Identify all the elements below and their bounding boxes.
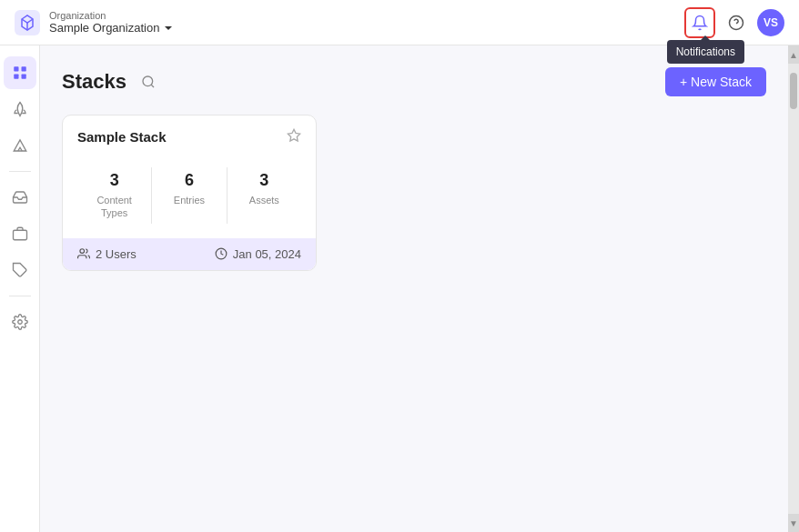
stack-date-value: Jan 05, 2024 — [233, 247, 301, 261]
svg-rect-5 — [21, 66, 25, 71]
scrollbar-thumb[interactable] — [790, 73, 797, 109]
stack-stats: 3 ContentTypes 6 Entries 3 Assets — [77, 153, 301, 238]
sidebar-item-settings[interactable] — [4, 306, 36, 338]
topbar-right: Notifications VS — [684, 7, 784, 38]
stat-number-entries: 6 — [185, 171, 194, 190]
sidebar-item-home[interactable] — [4, 56, 36, 89]
logo-icon — [15, 10, 40, 35]
svg-marker-14 — [288, 129, 299, 141]
scrollbar-track — [788, 64, 799, 514]
sidebar-item-inbox[interactable] — [4, 181, 36, 214]
puzzle-icon — [12, 262, 28, 278]
grid-icon — [12, 65, 28, 81]
notifications-tooltip: Notifications — [667, 40, 744, 64]
svg-rect-8 — [13, 230, 26, 240]
stat-assets: 3 Assets — [228, 164, 301, 227]
stat-label-assets: Assets — [249, 194, 279, 206]
help-icon — [728, 15, 744, 31]
sidebar-divider-2 — [9, 296, 31, 296]
sidebar-item-puzzle[interactable] — [4, 254, 36, 286]
content-area: Stacks + New Stack Sample Stack — [40, 45, 788, 532]
clock-icon — [215, 247, 228, 260]
org-info: Organization Sample Organization — [49, 10, 174, 35]
users-icon — [77, 247, 90, 260]
org-name[interactable]: Sample Organization — [49, 21, 174, 35]
chevron-down-icon — [163, 23, 174, 34]
star-icon — [287, 128, 301, 143]
stack-card-header: Sample Stack — [63, 115, 316, 153]
stat-label-entries: Entries — [174, 194, 205, 206]
svg-rect-7 — [21, 75, 25, 79]
stat-number-content-types: 3 — [110, 171, 119, 190]
stat-number-assets: 3 — [259, 171, 268, 190]
search-icon — [141, 75, 156, 89]
help-button[interactable] — [721, 7, 752, 38]
sidebar-divider-1 — [9, 171, 31, 172]
rocket-icon — [12, 101, 28, 117]
page-header: Stacks + New Stack — [62, 67, 766, 96]
stat-entries: 6 Entries — [152, 164, 226, 227]
search-button[interactable] — [136, 69, 161, 95]
sidebar — [0, 45, 40, 532]
topbar-left: Organization Sample Organization — [15, 10, 174, 35]
stack-users: 2 Users — [77, 247, 137, 261]
stack-date: Jan 05, 2024 — [215, 247, 301, 261]
inbox-icon — [12, 189, 28, 206]
notifications-button[interactable] — [684, 7, 715, 38]
briefcase-icon — [12, 226, 28, 242]
new-stack-button[interactable]: + New Stack — [665, 67, 766, 96]
page-title: Stacks — [62, 70, 126, 94]
scrollbar: ▲ ▼ — [788, 45, 799, 532]
avatar[interactable]: VS — [757, 9, 784, 36]
stack-users-count: 2 Users — [96, 247, 137, 261]
star-button[interactable] — [287, 128, 301, 146]
settings-icon — [12, 314, 28, 330]
tent-icon — [12, 137, 28, 154]
org-label: Organization — [49, 10, 174, 21]
svg-point-15 — [80, 249, 85, 254]
main-layout: Stacks + New Stack Sample Stack — [0, 45, 799, 532]
stack-card-title: Sample Stack — [77, 129, 167, 145]
sidebar-item-tent[interactable] — [4, 129, 36, 162]
stat-content-types: 3 ContentTypes — [77, 164, 151, 227]
sidebar-item-briefcase[interactable] — [4, 217, 36, 250]
svg-line-13 — [151, 85, 154, 87]
svg-point-11 — [17, 320, 22, 325]
stack-card: Sample Stack 3 ContentTypes 6 Entries — [62, 115, 317, 271]
scrollbar-down[interactable]: ▼ — [788, 514, 799, 532]
svg-rect-4 — [14, 66, 18, 71]
svg-rect-6 — [14, 75, 18, 79]
sidebar-item-rocket[interactable] — [4, 93, 36, 125]
page-title-row: Stacks — [62, 69, 161, 95]
scrollbar-up[interactable]: ▲ — [788, 45, 799, 64]
bell-icon — [692, 15, 708, 31]
stack-footer: 2 Users Jan 05, 2024 — [63, 238, 316, 270]
svg-point-12 — [143, 76, 153, 86]
stat-label-content-types: ContentTypes — [96, 194, 132, 220]
topbar: Organization Sample Organization Notific… — [0, 0, 799, 45]
